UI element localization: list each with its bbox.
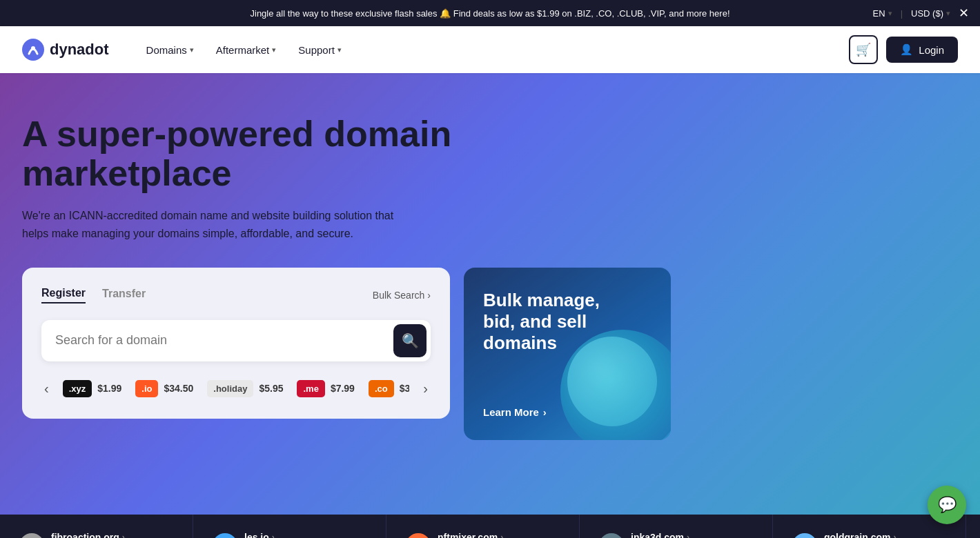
tld-badge[interactable]: .holiday [207,380,253,397]
top-banner: Jingle all the way to these exclusive fl… [0,0,980,26]
auction-chevron-icon: › [272,532,275,539]
tab-register-label: Register [41,287,86,299]
tabs: Register Transfer Bulk Search › [41,287,431,303]
tld-item: .co $3.49 [369,380,409,397]
tld-badge[interactable]: .io [135,380,158,397]
auction-domain[interactable]: fibroaction.org › [51,532,148,539]
auction-strip: fibroaction.org › $105.00 🏷 44 Bids les.… [0,515,980,538]
auction-chevron-icon: › [500,532,503,539]
domain-name: inka3d.com [631,532,684,539]
nav-support[interactable]: Support ▾ [288,39,351,61]
tld-item: .xyz $1.99 [63,380,122,397]
search-icon: 🔍 [402,332,419,349]
nav-aftermarket[interactable]: Aftermarket ▾ [206,39,286,61]
login-user-icon: 👤 [900,43,913,56]
auction-domain[interactable]: inka3d.com › [631,532,727,539]
tld-items: .xyz $1.99 .io $34.50 .holiday $5.95 .me… [63,379,410,398]
tld-badge[interactable]: .me [297,380,324,397]
currency-label: USD ($) [911,8,943,19]
nav-aftermarket-chevron-icon: ▾ [272,46,276,54]
login-label: Login [919,44,944,56]
chat-widget[interactable]: 💬 [928,486,966,524]
tld-badge[interactable]: .xyz [63,380,92,397]
search-button[interactable]: 🔍 [393,324,427,357]
banner-text: Jingle all the way to these exclusive fl… [0,8,980,19]
logo-text: dynadot [50,41,109,59]
tld-item: .me $7.99 [297,380,354,397]
nav-aftermarket-label: Aftermarket [216,44,270,56]
auction-domain[interactable]: nftmixer.com › [438,532,529,539]
tab-transfer[interactable]: Transfer [102,288,146,303]
nav-support-chevron-icon: ▾ [337,46,342,54]
banner-close-button[interactable]: ✕ [959,7,969,19]
tab-register[interactable]: Register [41,287,86,303]
auction-item: stcolumbamo... › $66.00 🏷 28 Bids [966,515,980,538]
nav-right: 🛒 👤 Login [849,35,958,64]
auction-domain[interactable]: les.io › [244,532,341,539]
cart-button[interactable]: 🛒 [849,35,878,64]
auction-item: fibroaction.org › $105.00 🏷 44 Bids [0,515,193,538]
auction-avatar [599,533,624,538]
auction-avatar [213,533,237,538]
learn-more-arrow-icon: › [543,406,547,418]
auction-chevron-icon: › [122,532,125,539]
nav-domains[interactable]: Domains ▾ [137,39,204,61]
auction-info: fibroaction.org › $105.00 🏷 44 Bids [51,532,148,539]
tld-item: .io $34.50 [135,380,193,397]
chat-icon: 💬 [938,496,957,514]
lang-chevron-icon: ▾ [888,9,892,18]
tld-badge[interactable]: .co [369,380,394,397]
auction-info: goldgrain.com › $113.00 🏷 18 Bids [824,532,921,539]
domain-name: les.io [244,532,269,539]
nav-items: Domains ▾ Aftermarket ▾ Support ▾ [137,39,850,61]
bulk-search-chevron-icon: › [427,290,431,301]
tld-item: .holiday $5.95 [207,380,283,397]
bulk-search-link[interactable]: Bulk Search › [373,290,431,301]
cards-row: Register Transfer Bulk Search › 🔍 [22,268,671,440]
auction-info: nftmixer.com › $85.00 🏷 25 Bids [438,532,529,539]
auction-avatar [792,533,817,538]
auction-chevron-icon: › [687,532,689,539]
tld-price: $7.99 [331,383,355,394]
tab-transfer-label: Transfer [102,288,146,299]
auction-info: inka3d.com › $160.00 🏷 13 Bids [631,532,727,539]
currency-chevron-icon: ▾ [946,9,950,18]
hero-title: A super-powered domain marketplace [22,114,671,193]
cart-icon: 🛒 [856,42,871,57]
domain-name: fibroaction.org [51,532,119,539]
logo[interactable]: dynadot [22,39,109,61]
hero-content: A super-powered domain marketplace We're… [22,114,671,440]
nav-domains-chevron-icon: ▾ [190,46,194,54]
tld-price: $34.50 [164,383,193,394]
tld-strip: ‹ .xyz $1.99 .io $34.50 .holiday $5.95 .… [41,378,431,399]
auction-avatar [19,533,44,538]
auction-item: inka3d.com › $160.00 🏷 13 Bids [580,515,773,538]
svg-point-1 [31,46,35,50]
language-label: EN [873,8,885,19]
auction-domain[interactable]: goldgrain.com › [824,532,921,539]
auction-info: les.io › $150.00 🏷 22 Bids [244,532,341,539]
nav-support-label: Support [298,44,335,56]
nav-domains-label: Domains [146,44,187,56]
tld-prev-button[interactable]: ‹ [41,378,52,399]
auction-chevron-icon: › [893,532,896,539]
search-box: 🔍 [41,320,431,361]
hero-section: A super-powered domain marketplace We're… [0,73,980,515]
login-button[interactable]: 👤 Login [886,37,958,63]
banner-controls: EN ▾ | USD ($) ▾ ✕ [873,7,969,19]
domain-search-input[interactable] [55,333,393,348]
currency-selector[interactable]: USD ($) ▾ [911,8,950,19]
auction-avatar [406,533,431,538]
tld-price: $3.49 [400,383,410,394]
search-card: Register Transfer Bulk Search › 🔍 [22,268,450,419]
auction-item: les.io › $150.00 🏷 22 Bids [193,515,386,538]
tld-next-button[interactable]: › [420,378,431,399]
tld-price: $5.95 [259,383,283,394]
logo-icon [22,39,44,61]
learn-more-label: Learn More [483,406,539,418]
language-selector[interactable]: EN ▾ [873,8,892,19]
bulk-search-label: Bulk Search [373,290,424,301]
separator: | [901,8,903,19]
learn-more-button[interactable]: Learn More › [483,406,651,418]
tld-price: $1.99 [97,383,121,394]
